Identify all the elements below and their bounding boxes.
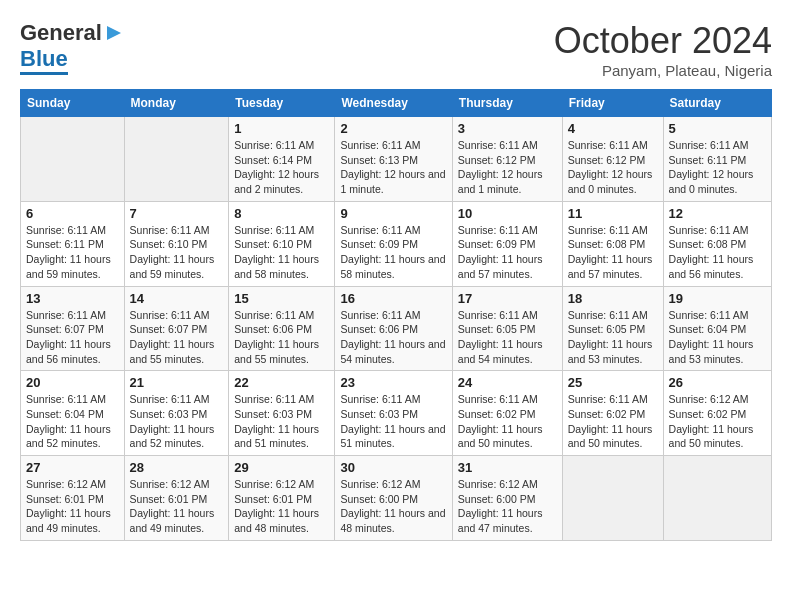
daylight-text: Daylight: 11 hours and 50 minutes. [669, 423, 754, 450]
sunset-text: Sunset: 6:05 PM [458, 323, 536, 335]
daylight-text: Daylight: 11 hours and 51 minutes. [340, 423, 445, 450]
day-info: Sunrise: 6:11 AM Sunset: 6:04 PM Dayligh… [26, 392, 119, 451]
sunset-text: Sunset: 6:02 PM [568, 408, 646, 420]
day-number: 18 [568, 291, 658, 306]
calendar-cell: 10 Sunrise: 6:11 AM Sunset: 6:09 PM Dayl… [452, 201, 562, 286]
day-number: 29 [234, 460, 329, 475]
sunset-text: Sunset: 6:09 PM [340, 238, 418, 250]
sunrise-text: Sunrise: 6:11 AM [340, 309, 420, 321]
week-row-2: 6 Sunrise: 6:11 AM Sunset: 6:11 PM Dayli… [21, 201, 772, 286]
sunrise-text: Sunrise: 6:12 AM [669, 393, 749, 405]
daylight-text: Daylight: 11 hours and 55 minutes. [130, 338, 215, 365]
sunset-text: Sunset: 6:11 PM [26, 238, 104, 250]
daylight-text: Daylight: 12 hours and 1 minute. [340, 168, 445, 195]
day-info: Sunrise: 6:11 AM Sunset: 6:02 PM Dayligh… [568, 392, 658, 451]
sunrise-text: Sunrise: 6:11 AM [340, 224, 420, 236]
sunrise-text: Sunrise: 6:11 AM [669, 139, 749, 151]
daylight-text: Daylight: 11 hours and 54 minutes. [340, 338, 445, 365]
sunrise-text: Sunrise: 6:11 AM [234, 309, 314, 321]
day-info: Sunrise: 6:12 AM Sunset: 6:00 PM Dayligh… [340, 477, 446, 536]
day-info: Sunrise: 6:11 AM Sunset: 6:14 PM Dayligh… [234, 138, 329, 197]
calendar-cell: 8 Sunrise: 6:11 AM Sunset: 6:10 PM Dayli… [229, 201, 335, 286]
sunrise-text: Sunrise: 6:12 AM [130, 478, 210, 490]
daylight-text: Daylight: 11 hours and 56 minutes. [669, 253, 754, 280]
daylight-text: Daylight: 11 hours and 55 minutes. [234, 338, 319, 365]
day-number: 6 [26, 206, 119, 221]
daylight-text: Daylight: 11 hours and 57 minutes. [568, 253, 653, 280]
sunset-text: Sunset: 6:10 PM [130, 238, 208, 250]
day-info: Sunrise: 6:11 AM Sunset: 6:12 PM Dayligh… [458, 138, 557, 197]
sunrise-text: Sunrise: 6:11 AM [234, 393, 314, 405]
day-info: Sunrise: 6:12 AM Sunset: 6:01 PM Dayligh… [130, 477, 224, 536]
location: Panyam, Plateau, Nigeria [554, 62, 772, 79]
sunset-text: Sunset: 6:08 PM [669, 238, 747, 250]
calendar-cell: 24 Sunrise: 6:11 AM Sunset: 6:02 PM Dayl… [452, 371, 562, 456]
calendar-cell: 22 Sunrise: 6:11 AM Sunset: 6:03 PM Dayl… [229, 371, 335, 456]
day-info: Sunrise: 6:11 AM Sunset: 6:03 PM Dayligh… [130, 392, 224, 451]
calendar-cell: 1 Sunrise: 6:11 AM Sunset: 6:14 PM Dayli… [229, 117, 335, 202]
daylight-text: Daylight: 11 hours and 50 minutes. [568, 423, 653, 450]
daylight-text: Daylight: 11 hours and 53 minutes. [568, 338, 653, 365]
day-number: 23 [340, 375, 446, 390]
day-info: Sunrise: 6:12 AM Sunset: 6:02 PM Dayligh… [669, 392, 766, 451]
calendar-cell: 3 Sunrise: 6:11 AM Sunset: 6:12 PM Dayli… [452, 117, 562, 202]
header-sunday: Sunday [21, 90, 125, 117]
day-info: Sunrise: 6:11 AM Sunset: 6:03 PM Dayligh… [340, 392, 446, 451]
day-info: Sunrise: 6:12 AM Sunset: 6:00 PM Dayligh… [458, 477, 557, 536]
calendar-cell: 18 Sunrise: 6:11 AM Sunset: 6:05 PM Dayl… [562, 286, 663, 371]
day-number: 3 [458, 121, 557, 136]
day-info: Sunrise: 6:12 AM Sunset: 6:01 PM Dayligh… [26, 477, 119, 536]
sunset-text: Sunset: 6:09 PM [458, 238, 536, 250]
day-info: Sunrise: 6:11 AM Sunset: 6:05 PM Dayligh… [458, 308, 557, 367]
day-info: Sunrise: 6:11 AM Sunset: 6:13 PM Dayligh… [340, 138, 446, 197]
sunset-text: Sunset: 6:01 PM [26, 493, 104, 505]
calendar-cell: 25 Sunrise: 6:11 AM Sunset: 6:02 PM Dayl… [562, 371, 663, 456]
day-number: 21 [130, 375, 224, 390]
daylight-text: Daylight: 11 hours and 53 minutes. [669, 338, 754, 365]
calendar-cell: 9 Sunrise: 6:11 AM Sunset: 6:09 PM Dayli… [335, 201, 452, 286]
sunrise-text: Sunrise: 6:11 AM [130, 224, 210, 236]
day-info: Sunrise: 6:11 AM Sunset: 6:07 PM Dayligh… [26, 308, 119, 367]
sunrise-text: Sunrise: 6:11 AM [26, 393, 106, 405]
sunrise-text: Sunrise: 6:11 AM [568, 393, 648, 405]
calendar-cell: 28 Sunrise: 6:12 AM Sunset: 6:01 PM Dayl… [124, 456, 229, 541]
sunset-text: Sunset: 6:02 PM [458, 408, 536, 420]
day-number: 20 [26, 375, 119, 390]
header-thursday: Thursday [452, 90, 562, 117]
daylight-text: Daylight: 11 hours and 47 minutes. [458, 507, 543, 534]
daylight-text: Daylight: 11 hours and 50 minutes. [458, 423, 543, 450]
calendar-cell: 4 Sunrise: 6:11 AM Sunset: 6:12 PM Dayli… [562, 117, 663, 202]
sunset-text: Sunset: 6:04 PM [26, 408, 104, 420]
sunset-text: Sunset: 6:07 PM [26, 323, 104, 335]
sunrise-text: Sunrise: 6:11 AM [340, 139, 420, 151]
calendar-cell: 2 Sunrise: 6:11 AM Sunset: 6:13 PM Dayli… [335, 117, 452, 202]
daylight-text: Daylight: 11 hours and 58 minutes. [340, 253, 445, 280]
day-number: 7 [130, 206, 224, 221]
day-info: Sunrise: 6:11 AM Sunset: 6:09 PM Dayligh… [458, 223, 557, 282]
day-info: Sunrise: 6:11 AM Sunset: 6:09 PM Dayligh… [340, 223, 446, 282]
calendar-cell: 13 Sunrise: 6:11 AM Sunset: 6:07 PM Dayl… [21, 286, 125, 371]
calendar-cell: 14 Sunrise: 6:11 AM Sunset: 6:07 PM Dayl… [124, 286, 229, 371]
day-number: 15 [234, 291, 329, 306]
day-number: 14 [130, 291, 224, 306]
day-info: Sunrise: 6:11 AM Sunset: 6:08 PM Dayligh… [669, 223, 766, 282]
sunrise-text: Sunrise: 6:12 AM [340, 478, 420, 490]
daylight-text: Daylight: 12 hours and 1 minute. [458, 168, 543, 195]
sunset-text: Sunset: 6:10 PM [234, 238, 312, 250]
calendar-cell: 6 Sunrise: 6:11 AM Sunset: 6:11 PM Dayli… [21, 201, 125, 286]
day-number: 2 [340, 121, 446, 136]
day-info: Sunrise: 6:11 AM Sunset: 6:08 PM Dayligh… [568, 223, 658, 282]
day-number: 1 [234, 121, 329, 136]
header-monday: Monday [124, 90, 229, 117]
day-number: 30 [340, 460, 446, 475]
sunset-text: Sunset: 6:08 PM [568, 238, 646, 250]
sunset-text: Sunset: 6:13 PM [340, 154, 418, 166]
calendar-cell [663, 456, 771, 541]
sunrise-text: Sunrise: 6:12 AM [234, 478, 314, 490]
sunrise-text: Sunrise: 6:11 AM [26, 224, 106, 236]
calendar-cell [21, 117, 125, 202]
day-number: 9 [340, 206, 446, 221]
day-number: 19 [669, 291, 766, 306]
sunrise-text: Sunrise: 6:11 AM [130, 309, 210, 321]
calendar-cell: 20 Sunrise: 6:11 AM Sunset: 6:04 PM Dayl… [21, 371, 125, 456]
